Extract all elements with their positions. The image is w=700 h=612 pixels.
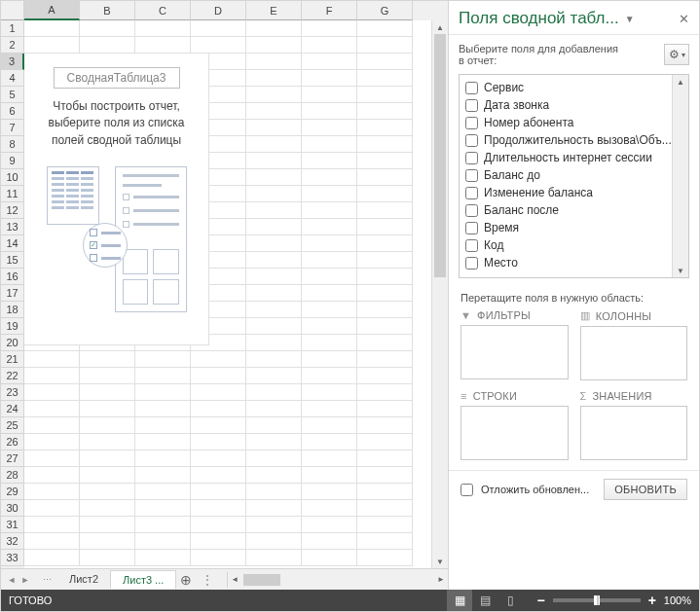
row-header[interactable]: 8 — [1, 136, 24, 153]
field-checkbox[interactable] — [465, 257, 478, 270]
row-header[interactable]: 6 — [1, 103, 24, 120]
row-header[interactable]: 19 — [1, 318, 24, 335]
dz-rows-body[interactable] — [461, 406, 569, 460]
view-page-layout-icon[interactable]: ▤ — [472, 590, 497, 611]
field-checkbox[interactable] — [465, 99, 478, 112]
grid[interactable]: 1234567891011121314151617181920212223242… — [1, 1, 448, 568]
scroll-up-arrow[interactable]: ▲ — [432, 20, 448, 34]
row-header[interactable]: 22 — [1, 368, 24, 384]
hscroll-right[interactable]: ► — [434, 575, 448, 584]
row-header[interactable]: 27 — [1, 450, 24, 467]
column-header[interactable]: D — [191, 1, 246, 20]
row-header[interactable]: 33 — [1, 550, 24, 566]
field-checkbox[interactable] — [465, 204, 478, 217]
zoom-in-button[interactable]: + — [648, 593, 656, 608]
row-header[interactable]: 15 — [1, 252, 24, 269]
row-header[interactable]: 18 — [1, 302, 24, 318]
column-header[interactable]: B — [80, 1, 135, 20]
tab-nav-prev[interactable]: ◄ — [5, 572, 18, 588]
field-checkbox[interactable] — [465, 134, 478, 147]
sheet-tab[interactable]: Лист3 ... — [111, 570, 176, 589]
field-checkbox[interactable] — [465, 222, 478, 234]
view-page-break-icon[interactable]: ▯ — [497, 590, 523, 611]
field-item[interactable]: Место — [463, 254, 684, 271]
row-header[interactable]: 17 — [1, 285, 24, 302]
field-checkbox[interactable] — [465, 82, 478, 94]
dropzone-filters[interactable]: ▼ФИЛЬТРЫ — [461, 309, 569, 380]
field-item[interactable]: Код — [463, 236, 684, 254]
column-header[interactable]: C — [135, 1, 191, 20]
row-header[interactable]: 5 — [1, 87, 24, 103]
field-checkbox[interactable] — [465, 117, 478, 129]
dz-columns-body[interactable] — [580, 326, 688, 380]
vscroll-thumb[interactable] — [434, 34, 446, 277]
field-list-scrollbar[interactable]: ▲ ▼ — [672, 75, 688, 277]
field-item[interactable]: Время — [463, 219, 684, 236]
column-header[interactable]: G — [357, 1, 413, 20]
field-checkbox[interactable] — [465, 239, 478, 252]
fl-scroll-down[interactable]: ▼ — [673, 264, 688, 277]
row-header[interactable]: 14 — [1, 235, 24, 252]
view-normal-icon[interactable]: ▦ — [447, 590, 472, 611]
row-header[interactable]: 7 — [1, 120, 24, 136]
hscroll-thumb[interactable] — [243, 574, 280, 586]
tab-menu-icon[interactable]: ⋮ — [196, 573, 219, 587]
row-header[interactable]: 23 — [1, 384, 24, 401]
tab-nav-next[interactable]: ► — [18, 572, 32, 588]
field-item[interactable]: Продолжительность вызова\Объ... — [463, 131, 684, 149]
field-item[interactable]: Баланс до — [463, 166, 684, 184]
row-header[interactable]: 21 — [1, 351, 24, 368]
panel-title-dropdown-icon[interactable]: ▼ — [625, 14, 635, 24]
row-header[interactable]: 11 — [1, 186, 24, 202]
row-header[interactable]: 16 — [1, 269, 24, 285]
select-all-corner[interactable] — [1, 1, 24, 20]
field-checkbox[interactable] — [465, 152, 478, 164]
row-header[interactable]: 10 — [1, 169, 24, 186]
dropzone-rows[interactable]: ≡СТРОКИ — [461, 390, 569, 460]
dz-values-body[interactable] — [580, 406, 688, 460]
field-list[interactable]: СервисДата звонкаНомер абонентаПродолжит… — [459, 74, 689, 278]
dropzone-values[interactable]: ΣЗНАЧЕНИЯ — [580, 390, 688, 460]
sheet-tab[interactable]: Лист2 — [57, 570, 111, 589]
column-header[interactable]: F — [302, 1, 357, 20]
row-header[interactable]: 4 — [1, 70, 24, 87]
fl-scroll-up[interactable]: ▲ — [673, 75, 688, 89]
zoom-level[interactable]: 100% — [664, 594, 691, 606]
column-header[interactable]: E — [246, 1, 302, 20]
row-header[interactable]: 25 — [1, 417, 24, 434]
row-header[interactable]: 29 — [1, 484, 24, 500]
panel-layout-button[interactable]: ⚙▾ — [664, 44, 689, 65]
row-header[interactable]: 30 — [1, 500, 24, 517]
row-header[interactable]: 9 — [1, 153, 24, 169]
row-header[interactable]: 13 — [1, 219, 24, 235]
add-sheet-button[interactable]: ⊕ — [176, 572, 196, 588]
scroll-down-arrow[interactable]: ▼ — [432, 555, 448, 568]
field-checkbox[interactable] — [465, 169, 478, 182]
vertical-scrollbar[interactable]: ▲ ▼ — [431, 20, 448, 568]
field-item[interactable]: Номер абонента — [463, 114, 684, 131]
row-header[interactable]: 32 — [1, 533, 24, 550]
zoom-slider-handle[interactable] — [594, 595, 600, 605]
row-header[interactable]: 20 — [1, 335, 24, 351]
row-header[interactable]: 12 — [1, 202, 24, 219]
field-item[interactable]: Баланс после — [463, 201, 684, 219]
horizontal-scrollbar[interactable]: ◄ ► — [227, 572, 448, 588]
row-header[interactable]: 3 — [1, 54, 24, 70]
field-checkbox[interactable] — [465, 187, 478, 199]
dz-filters-body[interactable] — [461, 325, 569, 379]
column-header[interactable]: A — [24, 1, 80, 20]
zoom-slider[interactable] — [553, 598, 641, 602]
field-item[interactable]: Длительность интернет сессии — [463, 149, 684, 166]
hscroll-left[interactable]: ◄ — [228, 575, 241, 584]
row-header[interactable]: 31 — [1, 517, 24, 533]
row-header[interactable]: 24 — [1, 401, 24, 417]
field-item[interactable]: Сервис — [463, 79, 684, 96]
defer-update-checkbox[interactable] — [461, 484, 473, 496]
dropzone-columns[interactable]: ▥КОЛОННЫ — [580, 309, 688, 380]
field-item[interactable]: Дата звонка — [463, 96, 684, 114]
panel-close-icon[interactable]: ✕ — [679, 12, 689, 26]
row-header[interactable]: 2 — [1, 37, 24, 54]
tab-ellipsis[interactable]: ⋯ — [40, 572, 54, 588]
field-item[interactable]: Изменение баланса — [463, 184, 684, 201]
update-button[interactable]: ОБНОВИТЬ — [604, 479, 687, 500]
